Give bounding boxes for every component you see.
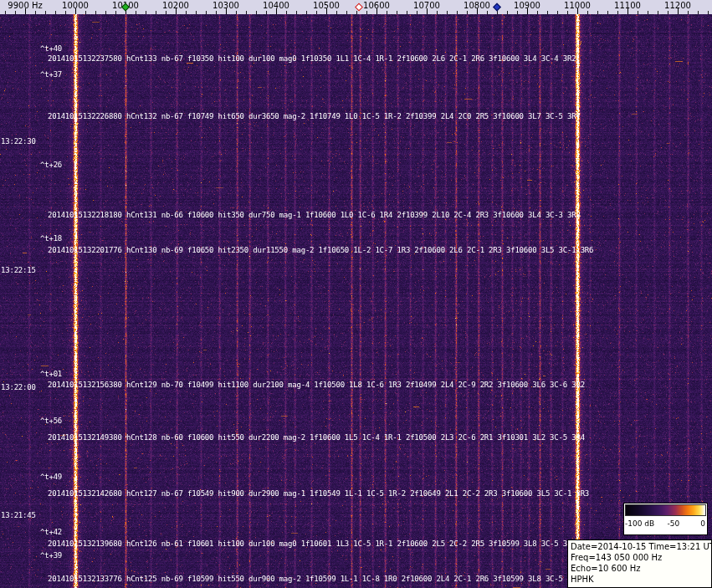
freq-minor-tick: [5, 11, 6, 14]
freq-minor-tick: [407, 11, 407, 14]
freq-major-tick: [226, 8, 227, 14]
info-date-time: Date=2014-10-15 Time=13:21 UTC: [571, 541, 709, 552]
freq-minor-tick: [95, 11, 96, 14]
freq-minor-tick: [366, 11, 367, 14]
freq-minor-tick: [467, 11, 468, 14]
freq-minor-tick: [85, 11, 86, 14]
color-scale-legend: -100 dB -50 0: [623, 503, 708, 535]
freq-minor-tick: [688, 11, 689, 14]
freq-minor-tick: [65, 11, 66, 14]
freq-minor-tick: [266, 11, 267, 14]
freq-minor-tick: [397, 11, 397, 14]
spectrogram-canvas: [0, 14, 712, 588]
freq-minor-tick: [306, 11, 307, 14]
freq-minor-tick: [387, 11, 387, 14]
freq-minor-tick: [256, 11, 257, 14]
freq-minor-tick: [316, 11, 317, 14]
freq-minor-tick: [35, 11, 36, 14]
red-diamond-marker[interactable]: [355, 3, 363, 12]
freq-minor-tick: [55, 11, 56, 14]
freq-minor-tick: [166, 11, 166, 14]
blue-diamond-marker[interactable]: [493, 3, 501, 12]
freq-major-tick: [176, 8, 177, 14]
color-scale-gradient-bar: [625, 504, 706, 516]
freq-major-tick: [75, 8, 76, 14]
freq-minor-tick: [105, 11, 106, 14]
freq-minor-tick: [336, 11, 337, 14]
freq-minor-tick: [136, 11, 136, 14]
freq-major-tick: [276, 8, 277, 14]
freq-minor-tick: [437, 11, 438, 14]
freq-minor-tick: [497, 11, 498, 14]
meteor-echo-waterfall-screen: 9900 Hz100001010010200103001040010500106…: [0, 0, 712, 588]
legend-min-db-label: -100 dB: [625, 519, 654, 528]
freq-minor-tick: [698, 11, 699, 14]
info-station-code: HPHK: [571, 574, 709, 585]
freq-minor-tick: [45, 11, 46, 14]
freq-minor-tick: [708, 11, 709, 14]
freq-minor-tick: [587, 11, 588, 14]
freq-major-tick: [678, 8, 679, 14]
station-info-box: Date=2014-10-15 Time=13:21 UTC Freq=143 …: [567, 539, 712, 588]
freq-minor-tick: [507, 11, 508, 14]
freq-minor-tick: [206, 11, 207, 14]
freq-minor-tick: [457, 11, 458, 14]
freq-minor-tick: [115, 11, 116, 14]
freq-minor-tick: [597, 11, 598, 14]
freq-minor-tick: [517, 11, 518, 14]
freq-minor-tick: [638, 11, 638, 14]
freq-minor-tick: [547, 11, 548, 14]
freq-major-tick: [577, 8, 578, 14]
freq-minor-tick: [668, 11, 668, 14]
freq-minor-tick: [417, 11, 417, 14]
legend-max-db-label: 0: [700, 519, 705, 528]
freq-minor-tick: [156, 11, 156, 14]
legend-mid-db-label: -50: [667, 519, 679, 528]
info-echo-frequency: Echo=10 600 Hz: [571, 563, 709, 574]
freq-major-tick: [427, 8, 428, 14]
freq-minor-tick: [648, 11, 648, 14]
freq-minor-tick: [346, 11, 347, 14]
freq-minor-tick: [487, 11, 488, 14]
freq-minor-tick: [15, 11, 16, 14]
freq-minor-tick: [236, 11, 237, 14]
freq-minor-tick: [658, 11, 658, 14]
freq-minor-tick: [537, 11, 538, 14]
freq-minor-tick: [296, 11, 297, 14]
freq-major-tick: [477, 8, 478, 14]
color-scale-labels: -100 dB -50 0: [625, 516, 706, 531]
freq-minor-tick: [146, 11, 146, 14]
freq-major-tick: [627, 8, 628, 14]
frequency-axis: 9900 Hz100001010010200103001040010500106…: [0, 0, 712, 14]
freq-minor-tick: [607, 11, 608, 14]
freq-major-tick: [527, 8, 528, 14]
freq-major-tick: [25, 8, 26, 14]
freq-minor-tick: [196, 11, 197, 14]
freq-major-tick: [376, 8, 377, 14]
freq-minor-tick: [186, 11, 187, 14]
freq-minor-tick: [447, 11, 448, 14]
freq-minor-tick: [617, 11, 618, 14]
freq-minor-tick: [286, 11, 287, 14]
freq-major-tick: [326, 8, 327, 14]
freq-minor-tick: [557, 11, 558, 14]
freq-minor-tick: [216, 11, 217, 14]
freq-minor-tick: [567, 11, 568, 14]
info-rx-frequency: Freq=143 050 000 Hz: [571, 552, 709, 563]
freq-minor-tick: [356, 11, 357, 14]
freq-minor-tick: [246, 11, 247, 14]
